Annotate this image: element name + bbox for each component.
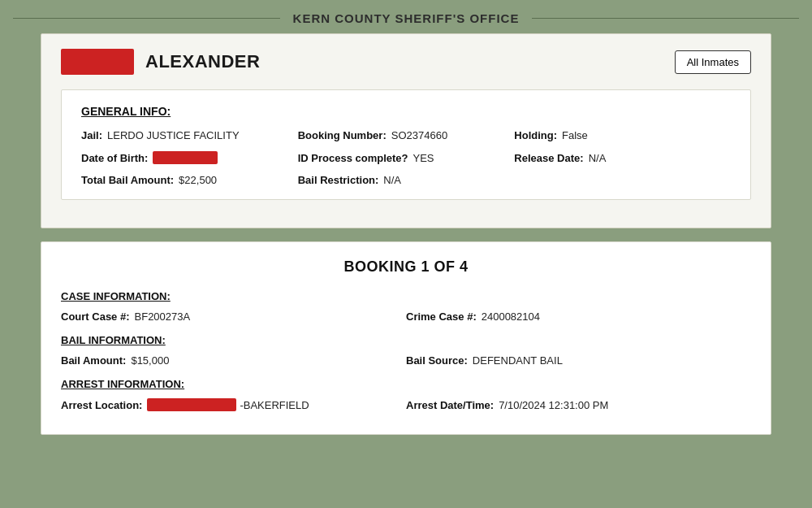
bail-restriction-label: Bail Restriction: — [298, 174, 379, 186]
general-info-title: GENERAL INFO: — [81, 105, 731, 118]
release-date-label: Release Date: — [514, 152, 583, 164]
header-line-left — [13, 18, 280, 19]
arrest-datetime-value: 7/10/2024 12:31:00 PM — [499, 399, 608, 411]
header-line-right — [532, 18, 799, 19]
id-process-value: YES — [413, 152, 434, 164]
court-case-col: Court Case #: BF200273A — [61, 310, 406, 323]
bail-info-title: BAIL INFORMATION: — [61, 334, 751, 346]
crime-case-label: Crime Case #: — [406, 310, 477, 323]
inmate-photo-redacted — [61, 49, 134, 75]
total-bail-value: $22,500 — [179, 174, 217, 186]
bail-restriction-col: Bail Restriction: N/A — [298, 174, 515, 186]
inmate-name: ALEXANDER — [145, 51, 260, 72]
bail-amount-col: Bail Amount: $15,000 — [61, 354, 406, 367]
case-info-title: CASE INFORMATION: — [61, 290, 751, 302]
page-header: KERN COUNTY SHERIFF'S OFFICE — [0, 0, 812, 33]
arrest-location-redacted — [147, 398, 236, 411]
arrest-datetime-label: Arrest Date/Time: — [406, 399, 494, 411]
id-process-col: ID Process complete? YES — [298, 152, 515, 164]
booking-card: BOOKING 1 OF 4 CASE INFORMATION: Court C… — [41, 241, 771, 435]
arrest-location-label: Arrest Location: — [61, 399, 142, 411]
main-content: ALEXANDER All Inmates GENERAL INFO: Jail… — [0, 33, 812, 459]
bail-source-col: Bail Source: DEFENDANT BAIL — [406, 354, 751, 367]
all-inmates-button[interactable]: All Inmates — [675, 50, 751, 74]
bail-amount-label: Bail Amount: — [61, 354, 126, 367]
bail-restriction-value: N/A — [383, 174, 401, 186]
info-row-1: Jail: LERDO JUSTICE FACILITY Booking Num… — [81, 129, 731, 141]
id-process-label: ID Process complete? — [298, 152, 408, 164]
info-row-3: Total Bail Amount: $22,500 Bail Restrict… — [81, 174, 731, 186]
court-case-value: BF200273A — [135, 310, 191, 323]
inmate-header: ALEXANDER All Inmates — [61, 49, 751, 75]
holding-label: Holding: — [514, 129, 557, 141]
case-info-row: Court Case #: BF200273A Crime Case #: 24… — [61, 310, 751, 323]
bail-info-row: Bail Amount: $15,000 Bail Source: DEFEND… — [61, 354, 751, 367]
bail-source-label: Bail Source: — [406, 354, 468, 367]
booking-number-value: SO2374660 — [391, 129, 447, 141]
bail-amount-value: $15,000 — [131, 354, 169, 367]
arrest-datetime-col: Arrest Date/Time: 7/10/2024 12:31:00 PM — [406, 399, 751, 411]
bail-source-value: DEFENDANT BAIL — [473, 354, 563, 367]
dob-redacted — [153, 151, 218, 164]
booking-number-col: Booking Number: SO2374660 — [298, 129, 515, 141]
arrest-location-col: Arrest Location: -BAKERFIELD — [61, 398, 406, 411]
dob-col: Date of Birth: — [81, 151, 298, 164]
inmate-name-row: ALEXANDER — [61, 49, 260, 75]
general-info-section: GENERAL INFO: Jail: LERDO JUSTICE FACILI… — [61, 89, 751, 200]
booking-title: BOOKING 1 OF 4 — [61, 258, 751, 276]
general-info-grid: Jail: LERDO JUSTICE FACILITY Booking Num… — [81, 129, 731, 186]
holding-col: Holding: False — [514, 129, 731, 141]
dob-label: Date of Birth: — [81, 152, 148, 164]
booking-number-label: Booking Number: — [298, 129, 387, 141]
court-case-label: Court Case #: — [61, 310, 130, 323]
arrest-location-suffix: -BAKERFIELD — [240, 399, 309, 411]
inmate-card: ALEXANDER All Inmates GENERAL INFO: Jail… — [41, 33, 771, 228]
arrest-info-title: ARREST INFORMATION: — [61, 378, 751, 390]
release-date-col: Release Date: N/A — [514, 152, 731, 164]
total-bail-label: Total Bail Amount: — [81, 174, 174, 186]
release-date-value: N/A — [589, 152, 607, 164]
jail-col: Jail: LERDO JUSTICE FACILITY — [81, 129, 298, 141]
crime-case-value: 2400082104 — [482, 310, 540, 323]
jail-value: LERDO JUSTICE FACILITY — [107, 129, 240, 141]
jail-label: Jail: — [81, 129, 102, 141]
total-bail-col: Total Bail Amount: $22,500 — [81, 174, 298, 186]
holding-value: False — [562, 129, 588, 141]
info-row-2: Date of Birth: ID Process complete? YES … — [81, 151, 731, 164]
crime-case-col: Crime Case #: 2400082104 — [406, 310, 751, 323]
arrest-info-row: Arrest Location: -BAKERFIELD Arrest Date… — [61, 398, 751, 411]
page-title: KERN COUNTY SHERIFF'S OFFICE — [293, 11, 520, 25]
